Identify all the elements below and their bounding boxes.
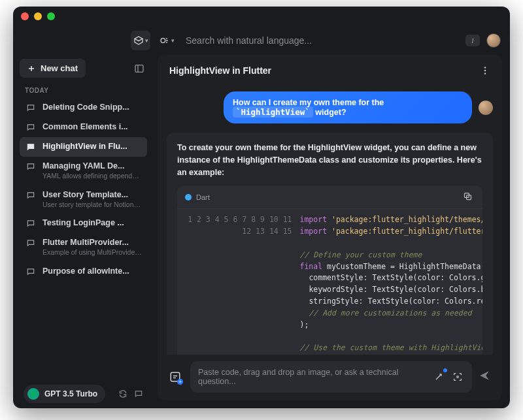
ai-mode-button[interactable]: ▾ (157, 31, 177, 50)
language-dot-icon (185, 194, 192, 201)
sidebar-item-title: Flutter MultiProvider... (42, 238, 142, 247)
sidebar-item[interactable]: HighlightView in Flu... (20, 137, 147, 157)
topbar: ▾ ▾ Search with natural language... I (13, 26, 510, 55)
model-label: GPT 3.5 Turbo (44, 389, 97, 398)
sidebar-item[interactable]: Deleting Code Snipp... (20, 98, 147, 118)
chat-more-icon[interactable] (479, 64, 492, 77)
code-language: Dart (185, 193, 210, 201)
model-icon (27, 388, 39, 400)
sidebar-item-title: Deleting Code Snipp... (42, 103, 129, 112)
sidebar-item-title: User Story Template... (42, 190, 142, 199)
search-input[interactable]: Search with natural language... (183, 35, 459, 46)
sidebar-item-title: Common Elements i... (42, 122, 128, 131)
user-avatar[interactable] (486, 33, 501, 48)
sync-icon[interactable] (118, 389, 127, 398)
app-window: ▾ ▾ Search with natural language... I Ne… (13, 7, 510, 408)
close-window[interactable] (21, 12, 29, 20)
send-button[interactable] (479, 370, 493, 384)
inline-code: `HighlightView` (233, 106, 313, 118)
sidebar-list: Deleting Code Snipp... Common Elements i… (20, 98, 147, 381)
new-chat-label: New chat (41, 63, 78, 73)
chat-icon (26, 219, 36, 229)
magic-icon[interactable] (432, 370, 445, 384)
maximize-window[interactable] (47, 12, 55, 20)
sidebar-section-label: TODAY (20, 84, 147, 98)
sidebar-item-sub: Example of using MultiProvider and Chang… (42, 248, 142, 257)
svg-point-4 (484, 70, 486, 71)
code-language-label: Dart (196, 193, 210, 201)
svg-point-5 (484, 73, 486, 74)
chat-panel: HighlightView in Flutter How can I creat… (158, 55, 502, 400)
chat-icon (26, 191, 36, 201)
info-pill[interactable]: I (465, 35, 480, 46)
toggle-sidebar-icon[interactable] (131, 61, 147, 76)
svg-point-0 (161, 39, 165, 43)
chat-icon (26, 267, 36, 277)
minimize-window[interactable] (34, 12, 42, 20)
titlebar (13, 7, 510, 26)
user-message: How can I create my own theme for the `H… (224, 91, 472, 123)
composer-placeholder: Paste code, drag and drop an image, or a… (198, 368, 422, 386)
assistant-message: To create your own theme for the Highlig… (167, 133, 493, 355)
sidebar-item-sub: YAML allows defining dependencies using … (42, 172, 142, 181)
sidebar: New chat TODAY Deleting Code Snipp... Co… (13, 55, 154, 408)
chat-icon (26, 123, 36, 133)
svg-point-2 (32, 393, 35, 396)
sidebar-item[interactable]: Common Elements i... (20, 118, 147, 137)
user-message-row: How can I create my own theme for the `H… (167, 91, 493, 123)
code-block: Dart 1 2 3 4 5 6 7 8 9 10 11 12 13 14 15… (177, 186, 482, 355)
code-lines: import 'package:flutter_highlight/themes… (297, 209, 482, 355)
svg-point-3 (484, 67, 486, 68)
sidebar-item[interactable]: Testing LoginPage ... (20, 214, 147, 233)
sidebar-item-sub: User story template for Notion site with… (42, 201, 142, 210)
new-chat-button[interactable]: New chat (20, 59, 86, 78)
chat-icon (26, 142, 36, 152)
chat-title: HighlightView in Flutter (169, 65, 271, 76)
sidebar-item[interactable]: Flutter MultiProvider... Example of usin… (20, 233, 147, 262)
sidebar-item-title: HighlightView in Flu... (42, 142, 127, 151)
code-gutter: 1 2 3 4 5 6 7 8 9 10 11 12 13 14 15 (177, 209, 297, 355)
sidebar-item-title: Testing LoginPage ... (42, 218, 124, 227)
assistant-text: To create your own theme for the Highlig… (177, 142, 482, 178)
sidebar-item[interactable]: User Story Template... User story templa… (20, 186, 147, 214)
chat-icon (26, 103, 36, 113)
chat-icon (26, 162, 36, 172)
composer: + Paste code, drag and drop an image, or… (158, 355, 502, 400)
svg-point-9 (456, 376, 458, 378)
sidebar-item[interactable]: Managing YAML De... YAML allows defining… (20, 157, 147, 186)
attach-button[interactable]: + (167, 368, 184, 385)
scan-icon[interactable] (451, 370, 464, 384)
sidebar-item-title: Managing YAML De... (42, 161, 142, 170)
sidebar-item[interactable]: Purpose of allowInte... (20, 262, 147, 282)
copy-code-button[interactable] (463, 191, 475, 203)
chat-icon (26, 238, 36, 248)
svg-rect-1 (135, 65, 143, 72)
user-avatar-small (479, 101, 493, 115)
sidebar-item-title: Purpose of allowInte... (42, 267, 129, 276)
workspace-picker[interactable]: ▾ (131, 31, 150, 50)
composer-input[interactable]: Paste code, drag and drop an image, or a… (190, 361, 472, 393)
model-picker[interactable]: GPT 3.5 Turbo (24, 385, 105, 403)
chat-settings-icon[interactable] (134, 389, 143, 398)
